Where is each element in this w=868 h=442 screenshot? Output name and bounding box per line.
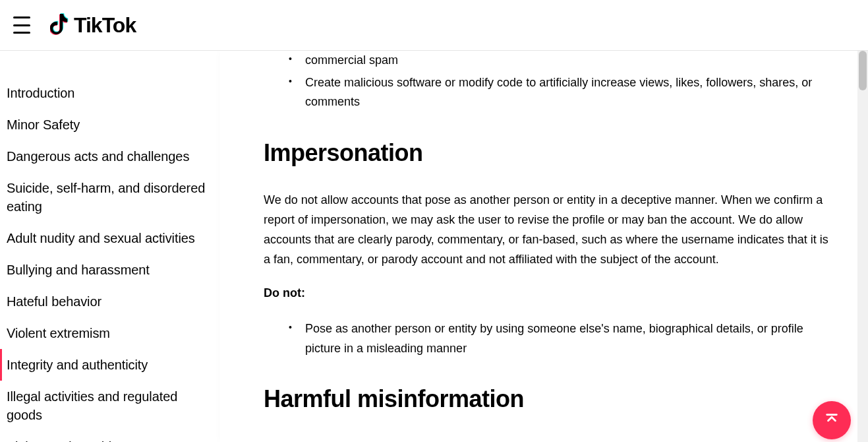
menu-button[interactable] — [13, 16, 30, 34]
sidebar-item-label: Suicide, self-harm, and disordered eatin… — [7, 181, 205, 214]
do-not-label: Do not: — [264, 284, 828, 303]
section-paragraph: Misinformation is defined as content tha… — [264, 437, 828, 442]
arrow-up-icon — [825, 412, 839, 429]
sidebar-item-violent-extremism[interactable]: Violent extremism — [0, 317, 221, 349]
section-heading-impersonation: Impersonation — [264, 133, 828, 172]
sidebar-item-minor-safety[interactable]: Minor Safety — [0, 109, 221, 141]
sidebar-item-label: Adult nudity and sexual activities — [7, 231, 195, 245]
main-content: commercial spam Create malicious softwar… — [221, 51, 868, 442]
sidebar-item-bullying[interactable]: Bullying and harassment — [0, 254, 221, 286]
sidebar-item-violent-graphic[interactable]: Violent and graphic content — [0, 431, 221, 442]
tiktok-icon — [50, 12, 71, 38]
sidebar-item-suicide-self-harm[interactable]: Suicide, self-harm, and disordered eatin… — [0, 172, 221, 222]
sidebar-item-introduction[interactable]: Introduction — [0, 77, 221, 109]
sidebar-item-dangerous-acts[interactable]: Dangerous acts and challenges — [0, 141, 221, 172]
sidebar-item-label: Dangerous acts and challenges — [7, 149, 189, 164]
sidebar-item-label: Hateful behavior — [7, 294, 101, 309]
sidebar-item-label: Violent and graphic content — [7, 439, 164, 442]
sidebar-item-adult-nudity[interactable]: Adult nudity and sexual activities — [0, 222, 221, 254]
list-item: Create malicious software or modify code… — [296, 73, 828, 112]
sidebar-item-label: Integrity and authenticity — [7, 358, 148, 372]
scrollbar-thumb[interactable] — [859, 51, 867, 90]
list-item: Pose as another person or entity by usin… — [296, 319, 828, 358]
header: TikTok — [0, 0, 868, 51]
scroll-to-top-button[interactable] — [813, 401, 851, 439]
sidebar-item-label: Violent extremism — [7, 326, 110, 340]
list-item-text: commercial spam — [305, 53, 398, 67]
section-paragraph: We do not allow accounts that pose as an… — [264, 191, 828, 269]
section-heading-misinformation: Harmful misinformation — [264, 379, 828, 418]
sidebar-item-hateful-behavior[interactable]: Hateful behavior — [0, 286, 221, 317]
sidebar-item-label: Introduction — [7, 86, 74, 100]
sidebar: Introduction Minor Safety Dangerous acts… — [0, 51, 221, 442]
bullet-list: Pose as another person or entity by usin… — [264, 319, 828, 358]
list-item-text: Pose as another person or entity by usin… — [305, 322, 803, 355]
sidebar-item-label: Illegal activities and regulated goods — [7, 389, 177, 422]
brand-logo[interactable]: TikTok — [50, 12, 136, 38]
sidebar-item-illegal-activities[interactable]: Illegal activities and regulated goods — [0, 381, 221, 431]
sidebar-item-integrity-authenticity[interactable]: Integrity and authenticity — [0, 349, 221, 381]
scrollbar-track[interactable] — [857, 51, 868, 442]
list-item: commercial spam — [296, 51, 828, 71]
list-item-text: Create malicious software or modify code… — [305, 76, 812, 109]
brand-name: TikTok — [74, 13, 136, 38]
bullet-list: commercial spam Create malicious softwar… — [264, 51, 828, 112]
sidebar-item-label: Minor Safety — [7, 117, 80, 132]
sidebar-item-label: Bullying and harassment — [7, 263, 150, 277]
